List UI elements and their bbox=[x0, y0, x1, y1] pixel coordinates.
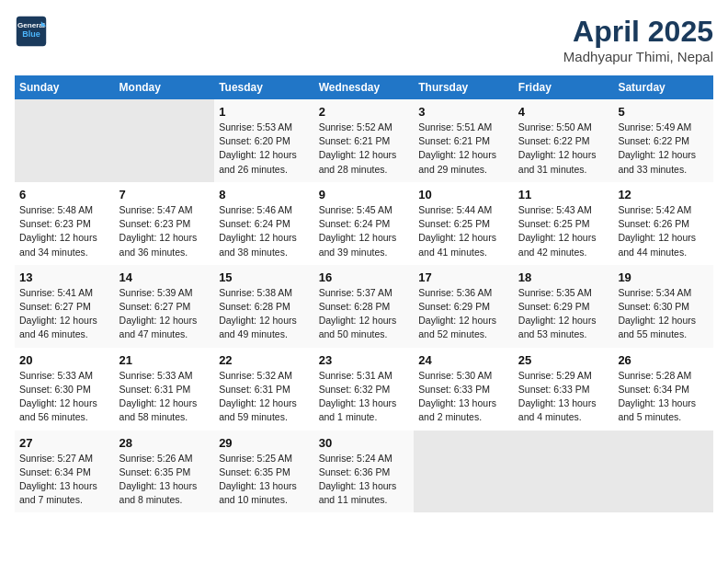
svg-text:Blue: Blue bbox=[22, 29, 40, 39]
calendar-cell: 29Sunrise: 5:25 AMSunset: 6:35 PMDayligh… bbox=[214, 431, 314, 513]
page-title: April 2025 bbox=[563, 15, 713, 49]
day-number: 7 bbox=[119, 188, 210, 201]
day-info: Sunrise: 5:38 AMSunset: 6:28 PMDaylight:… bbox=[219, 286, 310, 342]
day-info: Sunrise: 5:24 AMSunset: 6:36 PMDaylight:… bbox=[319, 452, 410, 508]
day-number: 15 bbox=[219, 270, 310, 284]
calendar-cell bbox=[115, 99, 215, 182]
header-wednesday: Wednesday bbox=[314, 75, 415, 99]
calendar-cell: 18Sunrise: 5:35 AMSunset: 6:29 PMDayligh… bbox=[514, 265, 614, 348]
calendar-cell: 10Sunrise: 5:44 AMSunset: 6:25 PMDayligh… bbox=[414, 182, 514, 265]
calendar-cell: 24Sunrise: 5:30 AMSunset: 6:33 PMDayligh… bbox=[414, 348, 514, 431]
logo-icon: General Blue bbox=[15, 15, 48, 48]
calendar-cell: 25Sunrise: 5:29 AMSunset: 6:33 PMDayligh… bbox=[514, 348, 614, 431]
day-info: Sunrise: 5:52 AMSunset: 6:21 PMDaylight:… bbox=[319, 121, 410, 177]
day-info: Sunrise: 5:31 AMSunset: 6:32 PMDaylight:… bbox=[319, 369, 410, 425]
week-row-3: 13Sunrise: 5:41 AMSunset: 6:27 PMDayligh… bbox=[15, 265, 713, 348]
header-tuesday: Tuesday bbox=[214, 75, 314, 99]
header-friday: Friday bbox=[514, 75, 614, 99]
day-number: 24 bbox=[418, 353, 509, 367]
calendar-cell: 27Sunrise: 5:27 AMSunset: 6:34 PMDayligh… bbox=[15, 431, 115, 513]
calendar-cell bbox=[613, 431, 713, 513]
day-number: 2 bbox=[319, 105, 410, 119]
calendar-cell: 9Sunrise: 5:45 AMSunset: 6:24 PMDaylight… bbox=[314, 182, 415, 265]
day-info: Sunrise: 5:43 AMSunset: 6:25 PMDaylight:… bbox=[518, 203, 609, 259]
calendar-cell: 8Sunrise: 5:46 AMSunset: 6:24 PMDaylight… bbox=[214, 182, 314, 265]
day-info: Sunrise: 5:29 AMSunset: 6:33 PMDaylight:… bbox=[518, 369, 609, 425]
week-row-1: 1Sunrise: 5:53 AMSunset: 6:20 PMDaylight… bbox=[15, 99, 713, 182]
day-info: Sunrise: 5:37 AMSunset: 6:28 PMDaylight:… bbox=[319, 286, 410, 342]
day-number: 29 bbox=[219, 436, 310, 450]
day-number: 26 bbox=[618, 353, 709, 367]
calendar-cell: 16Sunrise: 5:37 AMSunset: 6:28 PMDayligh… bbox=[314, 265, 415, 348]
day-number: 18 bbox=[518, 270, 609, 284]
day-info: Sunrise: 5:45 AMSunset: 6:24 PMDaylight:… bbox=[319, 203, 410, 259]
day-number: 17 bbox=[418, 270, 509, 284]
calendar-cell: 15Sunrise: 5:38 AMSunset: 6:28 PMDayligh… bbox=[214, 265, 314, 348]
day-info: Sunrise: 5:33 AMSunset: 6:31 PMDaylight:… bbox=[119, 369, 210, 425]
day-info: Sunrise: 5:46 AMSunset: 6:24 PMDaylight:… bbox=[219, 203, 310, 259]
calendar-cell bbox=[15, 99, 115, 182]
day-number: 8 bbox=[219, 188, 310, 201]
header: General Blue April 2025 Madhyapur Thimi,… bbox=[15, 15, 713, 64]
day-info: Sunrise: 5:25 AMSunset: 6:35 PMDaylight:… bbox=[219, 452, 310, 508]
day-info: Sunrise: 5:32 AMSunset: 6:31 PMDaylight:… bbox=[219, 369, 310, 425]
calendar-cell: 22Sunrise: 5:32 AMSunset: 6:31 PMDayligh… bbox=[214, 348, 314, 431]
calendar-cell: 30Sunrise: 5:24 AMSunset: 6:36 PMDayligh… bbox=[314, 431, 415, 513]
day-info: Sunrise: 5:48 AMSunset: 6:23 PMDaylight:… bbox=[19, 203, 110, 259]
day-number: 11 bbox=[518, 188, 609, 201]
calendar-cell: 12Sunrise: 5:42 AMSunset: 6:26 PMDayligh… bbox=[613, 182, 713, 265]
day-number: 27 bbox=[19, 436, 110, 450]
header-thursday: Thursday bbox=[414, 75, 514, 99]
day-number: 3 bbox=[418, 105, 509, 119]
header-sunday: Sunday bbox=[15, 75, 115, 99]
day-info: Sunrise: 5:36 AMSunset: 6:29 PMDaylight:… bbox=[418, 286, 509, 342]
day-info: Sunrise: 5:34 AMSunset: 6:30 PMDaylight:… bbox=[618, 286, 709, 342]
week-row-5: 27Sunrise: 5:27 AMSunset: 6:34 PMDayligh… bbox=[15, 431, 713, 513]
day-info: Sunrise: 5:30 AMSunset: 6:33 PMDaylight:… bbox=[418, 369, 509, 425]
day-info: Sunrise: 5:33 AMSunset: 6:30 PMDaylight:… bbox=[19, 369, 110, 425]
day-info: Sunrise: 5:35 AMSunset: 6:29 PMDaylight:… bbox=[518, 286, 609, 342]
calendar-cell: 3Sunrise: 5:51 AMSunset: 6:21 PMDaylight… bbox=[414, 99, 514, 182]
calendar-cell: 21Sunrise: 5:33 AMSunset: 6:31 PMDayligh… bbox=[115, 348, 215, 431]
calendar-cell: 26Sunrise: 5:28 AMSunset: 6:34 PMDayligh… bbox=[613, 348, 713, 431]
header-saturday: Saturday bbox=[613, 75, 713, 99]
day-info: Sunrise: 5:39 AMSunset: 6:27 PMDaylight:… bbox=[119, 286, 210, 342]
calendar-cell bbox=[414, 431, 514, 513]
calendar-body: 1Sunrise: 5:53 AMSunset: 6:20 PMDaylight… bbox=[15, 99, 713, 512]
calendar-cell: 14Sunrise: 5:39 AMSunset: 6:27 PMDayligh… bbox=[115, 265, 215, 348]
day-info: Sunrise: 5:49 AMSunset: 6:22 PMDaylight:… bbox=[618, 121, 709, 177]
calendar-cell: 19Sunrise: 5:34 AMSunset: 6:30 PMDayligh… bbox=[613, 265, 713, 348]
day-number: 19 bbox=[618, 270, 709, 284]
day-info: Sunrise: 5:41 AMSunset: 6:27 PMDaylight:… bbox=[19, 286, 110, 342]
day-number: 20 bbox=[19, 353, 110, 367]
calendar-cell: 6Sunrise: 5:48 AMSunset: 6:23 PMDaylight… bbox=[15, 182, 115, 265]
day-number: 14 bbox=[119, 270, 210, 284]
calendar-cell: 11Sunrise: 5:43 AMSunset: 6:25 PMDayligh… bbox=[514, 182, 614, 265]
page-subtitle: Madhyapur Thimi, Nepal bbox=[563, 49, 713, 64]
day-number: 30 bbox=[319, 436, 410, 450]
day-info: Sunrise: 5:26 AMSunset: 6:35 PMDaylight:… bbox=[119, 452, 210, 508]
calendar-cell: 4Sunrise: 5:50 AMSunset: 6:22 PMDaylight… bbox=[514, 99, 614, 182]
day-number: 25 bbox=[518, 353, 609, 367]
calendar-cell: 20Sunrise: 5:33 AMSunset: 6:30 PMDayligh… bbox=[15, 348, 115, 431]
day-info: Sunrise: 5:27 AMSunset: 6:34 PMDaylight:… bbox=[19, 452, 110, 508]
header-monday: Monday bbox=[115, 75, 215, 99]
calendar-cell: 23Sunrise: 5:31 AMSunset: 6:32 PMDayligh… bbox=[314, 348, 415, 431]
day-info: Sunrise: 5:50 AMSunset: 6:22 PMDaylight:… bbox=[518, 121, 609, 177]
day-number: 21 bbox=[119, 353, 210, 367]
day-info: Sunrise: 5:44 AMSunset: 6:25 PMDaylight:… bbox=[418, 203, 509, 259]
day-info: Sunrise: 5:47 AMSunset: 6:23 PMDaylight:… bbox=[119, 203, 210, 259]
week-row-2: 6Sunrise: 5:48 AMSunset: 6:23 PMDaylight… bbox=[15, 182, 713, 265]
calendar-cell: 17Sunrise: 5:36 AMSunset: 6:29 PMDayligh… bbox=[414, 265, 514, 348]
day-number: 1 bbox=[219, 105, 310, 119]
day-number: 5 bbox=[618, 105, 709, 119]
calendar-cell: 13Sunrise: 5:41 AMSunset: 6:27 PMDayligh… bbox=[15, 265, 115, 348]
day-number: 12 bbox=[618, 188, 709, 201]
day-number: 4 bbox=[518, 105, 609, 119]
day-info: Sunrise: 5:51 AMSunset: 6:21 PMDaylight:… bbox=[418, 121, 509, 177]
logo: General Blue bbox=[15, 15, 48, 48]
day-info: Sunrise: 5:42 AMSunset: 6:26 PMDaylight:… bbox=[618, 203, 709, 259]
day-number: 22 bbox=[219, 353, 310, 367]
day-number: 23 bbox=[319, 353, 410, 367]
calendar-cell: 7Sunrise: 5:47 AMSunset: 6:23 PMDaylight… bbox=[115, 182, 215, 265]
